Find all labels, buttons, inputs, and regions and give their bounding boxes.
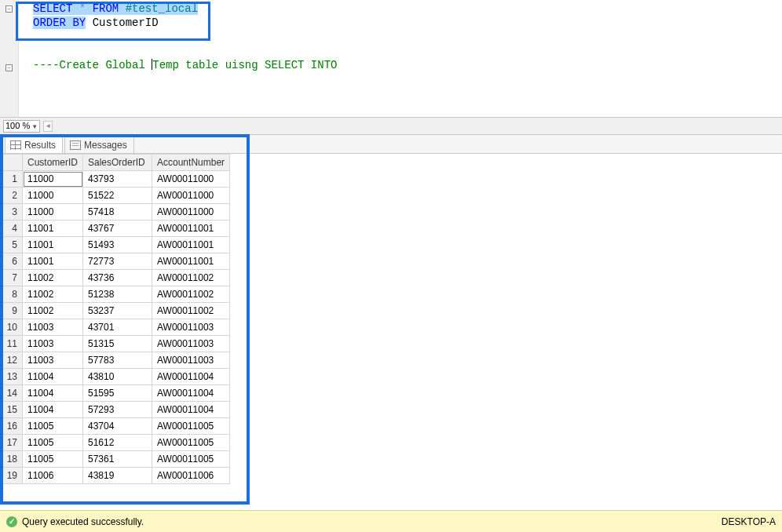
cell[interactable]: AW00011002 xyxy=(152,270,230,286)
row-number[interactable]: 11 xyxy=(1,336,23,352)
row-number[interactable]: 15 xyxy=(1,402,23,418)
row-number[interactable]: 12 xyxy=(1,352,23,369)
cell[interactable]: 43704 xyxy=(83,418,152,435)
row-number[interactable]: 3 xyxy=(1,204,23,220)
cell[interactable]: 51315 xyxy=(83,336,152,352)
table-row[interactable]: 71100243736AW00011002 xyxy=(1,270,230,286)
table-row[interactable]: 191100643819AW00011006 xyxy=(1,468,230,484)
table-row[interactable]: 81100251238AW00011002 xyxy=(1,286,230,303)
table-row[interactable]: 141100451595AW00011004 xyxy=(1,385,230,402)
table-row[interactable]: 101100343701AW00011003 xyxy=(1,319,230,336)
cell[interactable]: AW00011005 xyxy=(152,418,230,435)
row-number[interactable]: 19 xyxy=(1,468,23,484)
row-number[interactable]: 6 xyxy=(1,253,23,270)
row-header-corner[interactable] xyxy=(1,155,23,171)
cell[interactable]: 43810 xyxy=(83,369,152,385)
cell[interactable]: 11005 xyxy=(23,418,83,435)
scroll-left-icon[interactable]: ◄ xyxy=(43,121,53,132)
code-line[interactable]: SELECT * FROM #test_local xyxy=(19,2,782,16)
row-number[interactable]: 16 xyxy=(1,418,23,435)
row-number[interactable]: 13 xyxy=(1,369,23,385)
cell[interactable]: 11001 xyxy=(23,237,83,253)
cell[interactable]: 43701 xyxy=(83,319,152,336)
cell[interactable]: AW00011000 xyxy=(152,188,230,204)
cell[interactable]: AW00011000 xyxy=(152,204,230,220)
table-row[interactable]: 111100351315AW00011003 xyxy=(1,336,230,352)
row-number[interactable]: 2 xyxy=(1,188,23,204)
row-number[interactable]: 14 xyxy=(1,385,23,402)
cell[interactable]: AW00011004 xyxy=(152,402,230,418)
cell[interactable]: 11003 xyxy=(23,352,83,369)
cell[interactable]: 51493 xyxy=(83,237,152,253)
cell[interactable]: 11004 xyxy=(23,385,83,402)
results-grid[interactable]: CustomerID SalesOrderID AccountNumber 11… xyxy=(0,154,230,484)
cell[interactable]: AW00011004 xyxy=(152,369,230,385)
cell[interactable]: 57361 xyxy=(83,451,152,468)
row-number[interactable]: 4 xyxy=(1,220,23,237)
cell[interactable]: 43819 xyxy=(83,468,152,484)
cell[interactable]: 11002 xyxy=(23,270,83,286)
table-row[interactable]: 61100172773AW00011001 xyxy=(1,253,230,270)
cell[interactable]: AW00011003 xyxy=(152,336,230,352)
table-row[interactable]: 21100051522AW00011000 xyxy=(1,188,230,204)
cell[interactable]: 11001 xyxy=(23,253,83,270)
table-row[interactable]: 121100357783AW00011003 xyxy=(1,352,230,369)
column-header[interactable]: SalesOrderID xyxy=(83,155,152,171)
cell[interactable]: AW00011002 xyxy=(152,286,230,303)
results-grid-wrap[interactable]: CustomerID SalesOrderID AccountNumber 11… xyxy=(0,154,782,508)
cell[interactable]: AW00011001 xyxy=(152,220,230,237)
table-row[interactable]: 181100557361AW00011005 xyxy=(1,451,230,468)
table-row[interactable]: 31100057418AW00011000 xyxy=(1,204,230,220)
fold-icon[interactable] xyxy=(5,5,13,13)
table-row[interactable]: 151100457293AW00011004 xyxy=(1,402,230,418)
cell[interactable]: 11006 xyxy=(23,468,83,484)
cell[interactable]: 11000 xyxy=(23,204,83,220)
row-number[interactable]: 7 xyxy=(1,270,23,286)
cell[interactable]: AW00011001 xyxy=(152,253,230,270)
cell[interactable]: 11000 xyxy=(23,188,83,204)
cell[interactable]: 57293 xyxy=(83,402,152,418)
code-area[interactable]: SELECT * FROM #test_local ORDER BY Custo… xyxy=(19,0,782,117)
sql-editor-pane[interactable]: SELECT * FROM #test_local ORDER BY Custo… xyxy=(0,0,782,118)
cell[interactable]: 11003 xyxy=(23,336,83,352)
cell[interactable]: 43793 xyxy=(83,171,152,188)
cell[interactable]: 57418 xyxy=(83,204,152,220)
table-row[interactable]: 131100443810AW00011004 xyxy=(1,369,230,385)
row-number[interactable]: 8 xyxy=(1,286,23,303)
cell[interactable]: AW00011000 xyxy=(152,171,230,188)
table-row[interactable]: 41100143767AW00011001 xyxy=(1,220,230,237)
cell[interactable]: AW00011004 xyxy=(152,385,230,402)
cell[interactable]: 43736 xyxy=(83,270,152,286)
fold-icon[interactable] xyxy=(5,64,13,71)
cell[interactable]: 11005 xyxy=(23,435,83,451)
cell[interactable]: AW00011005 xyxy=(152,435,230,451)
row-number[interactable]: 17 xyxy=(1,435,23,451)
tab-messages[interactable]: Messages xyxy=(64,136,134,153)
cell[interactable]: AW00011001 xyxy=(152,237,230,253)
cell[interactable]: 11002 xyxy=(23,303,83,319)
cell[interactable]: 11005 xyxy=(23,451,83,468)
cell[interactable]: 43767 xyxy=(83,220,152,237)
code-line[interactable] xyxy=(19,30,782,44)
cell[interactable]: AW00011005 xyxy=(152,451,230,468)
code-line[interactable]: ORDER BY CustomerID xyxy=(19,16,782,30)
column-header[interactable]: CustomerID xyxy=(23,155,83,171)
cell[interactable]: AW00011002 xyxy=(152,303,230,319)
code-line[interactable]: ----Create Global Temp table uisng SELEC… xyxy=(19,58,782,72)
row-number[interactable]: 10 xyxy=(1,319,23,336)
cell[interactable]: 11000 xyxy=(23,171,83,188)
table-row[interactable]: 161100543704AW00011005 xyxy=(1,418,230,435)
cell[interactable]: AW00011003 xyxy=(152,352,230,369)
table-row[interactable]: 91100253237AW00011002 xyxy=(1,303,230,319)
table-row[interactable]: 11100043793AW00011000 xyxy=(1,171,230,188)
cell[interactable]: 51522 xyxy=(83,188,152,204)
cell[interactable]: 51612 xyxy=(83,435,152,451)
cell[interactable]: 53237 xyxy=(83,303,152,319)
tab-results[interactable]: Results xyxy=(5,136,63,153)
cell[interactable]: AW00011003 xyxy=(152,319,230,336)
cell[interactable]: 11002 xyxy=(23,286,83,303)
cell[interactable]: 11004 xyxy=(23,369,83,385)
column-header[interactable]: AccountNumber xyxy=(152,155,230,171)
cell[interactable]: 72773 xyxy=(83,253,152,270)
table-row[interactable]: 171100551612AW00011005 xyxy=(1,435,230,451)
